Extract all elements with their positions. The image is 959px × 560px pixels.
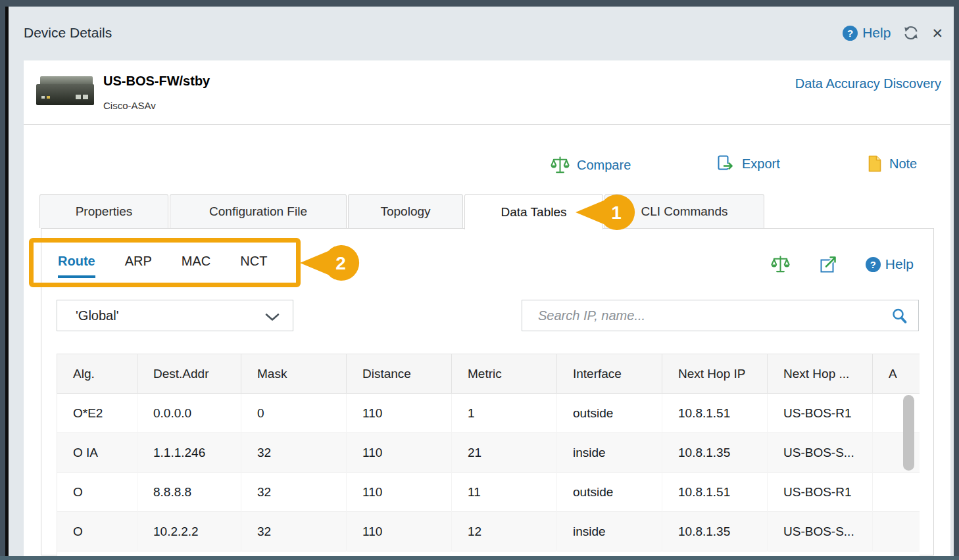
compare-button[interactable]: Compare — [550, 154, 631, 175]
close-icon[interactable]: ✕ — [931, 26, 943, 40]
left-accent-bar — [5, 7, 9, 556]
table-help-label: Help — [885, 256, 914, 272]
search-box — [522, 300, 919, 331]
dialog-body: US-BOS-FW/stby Cisco-ASAv Data Accuracy … — [24, 60, 950, 556]
col-mask[interactable]: Mask — [241, 354, 347, 394]
data-accuracy-discovery-link[interactable]: Data Accuracy Discovery — [795, 76, 941, 91]
subtab-nct[interactable]: NCT — [240, 251, 267, 278]
col-metric[interactable]: Metric — [452, 354, 557, 394]
vrf-selected-value: 'Global' — [76, 308, 118, 323]
device-model: Cisco-ASAv — [103, 100, 156, 111]
panel-toolbar: ? Help — [770, 254, 914, 275]
search-input[interactable] — [522, 300, 884, 331]
device-image — [36, 75, 94, 108]
search-icon[interactable] — [891, 307, 909, 325]
route-table: Alg. Dest.Addr Mask Distance Metric Inte… — [57, 354, 920, 556]
col-dest-addr[interactable]: Dest.Addr — [137, 354, 241, 394]
device-details-dialog: Device Details ? Help ✕ — [5, 7, 954, 556]
scales-icon — [770, 254, 791, 275]
col-alg[interactable]: Alg. — [57, 354, 137, 394]
col-next-hop-device[interactable]: Next Hop ... — [768, 354, 873, 394]
device-header: US-BOS-FW/stby Cisco-ASAv Data Accuracy … — [24, 60, 950, 125]
chevron-down-icon — [265, 313, 280, 321]
table-row[interactable]: O 10.2.2.2 32 110 12 inside 10.8.1.35 US… — [57, 512, 920, 551]
help-icon: ? — [843, 26, 858, 41]
export-icon — [716, 154, 735, 173]
data-tables-panel: Route ARP MAC NCT — [41, 228, 934, 555]
compare-table-button[interactable] — [770, 254, 791, 275]
subtab-mac[interactable]: MAC — [182, 251, 210, 278]
col-distance[interactable]: Distance — [347, 354, 452, 394]
tab-bar: Properties Configuration File Topology D… — [39, 194, 764, 228]
tab-data-tables[interactable]: Data Tables — [464, 194, 603, 229]
compare-label: Compare — [577, 158, 631, 173]
table-row[interactable]: O 8.8.8.8 32 110 11 outside 10.8.1.51 US… — [57, 473, 920, 512]
tab-cli-commands[interactable]: CLI Commands — [604, 194, 764, 228]
subtab-bar: Route ARP MAC NCT — [58, 251, 267, 278]
open-in-new-window-button[interactable] — [818, 254, 838, 274]
subtab-arp[interactable]: ARP — [125, 251, 152, 278]
export-label: Export — [742, 156, 780, 172]
refresh-icon[interactable] — [902, 25, 920, 41]
note-label: Note — [889, 156, 917, 172]
titlebar-controls: ? Help ✕ — [843, 25, 943, 41]
col-next-hop-ip[interactable]: Next Hop IP — [662, 354, 768, 394]
help-link[interactable]: ? Help — [843, 25, 891, 41]
table-help-link[interactable]: ? Help — [866, 256, 914, 272]
window-frame-bottom — [0, 556, 959, 560]
route-table-container: Alg. Dest.Addr Mask Distance Metric Inte… — [57, 354, 920, 556]
help-icon: ? — [866, 257, 881, 272]
col-interface[interactable]: Interface — [557, 354, 662, 394]
tab-configuration-file[interactable]: Configuration File — [170, 194, 347, 228]
help-label: Help — [862, 25, 891, 41]
vrf-select[interactable]: 'Global' — [57, 300, 293, 331]
table-row-clipped — [57, 551, 920, 557]
table-header-row: Alg. Dest.Addr Mask Distance Metric Inte… — [57, 354, 920, 394]
scales-icon — [550, 154, 570, 175]
export-button[interactable]: Export — [716, 154, 780, 173]
table-row[interactable]: O IA 1.1.1.246 32 110 21 inside 10.8.1.3… — [57, 433, 920, 473]
external-link-icon — [818, 254, 838, 274]
tab-topology[interactable]: Topology — [348, 194, 463, 228]
device-name: US-BOS-FW/stby — [103, 74, 210, 89]
table-row[interactable]: O*E2 0.0.0.0 0 110 1 outside 10.8.1.51 U… — [57, 394, 920, 433]
tab-properties[interactable]: Properties — [39, 194, 168, 228]
note-button[interactable]: Note — [867, 154, 917, 173]
subtab-route[interactable]: Route — [58, 251, 95, 278]
col-age[interactable]: A — [873, 354, 920, 394]
table-scrollbar-thumb[interactable] — [903, 395, 914, 471]
dialog-title: Device Details — [24, 25, 112, 41]
note-icon — [867, 154, 883, 173]
